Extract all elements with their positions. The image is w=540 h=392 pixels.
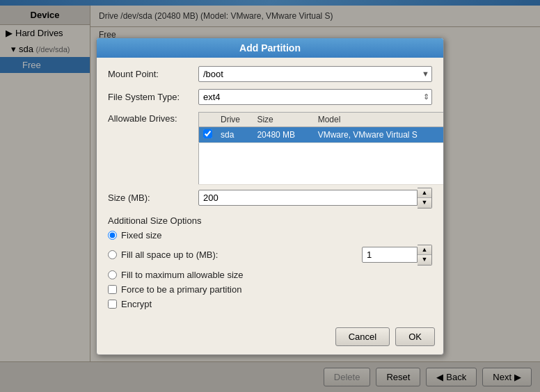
drives-header-drive: Drive [216, 112, 253, 126]
drives-table: Drive Size Model sda [198, 112, 444, 185]
fill-all-space-radio[interactable] [108, 250, 117, 259]
encrypt-label: Encrypt [121, 299, 152, 309]
force-primary-label: Force to be a primary partition [121, 284, 241, 295]
drive-row-checkbox-cell [199, 126, 217, 142]
fill-max-row: Fill to maximum allowable size [108, 270, 432, 280]
drives-header-check [199, 112, 217, 126]
fixed-size-label: Fixed size [121, 230, 162, 240]
fill-max-radio[interactable] [108, 270, 117, 279]
additional-size-title: Additional Size Options [108, 215, 432, 226]
size-spinner: ▲ ▼ [198, 188, 432, 209]
fill-all-space-row: Fill all space up to (MB): ▲ ▼ [108, 245, 432, 266]
force-primary-row: Force to be a primary partition [108, 284, 432, 295]
drives-header-model: Model [314, 112, 444, 126]
drive-row-size: 20480 MB [253, 126, 313, 142]
fill-all-increment-button[interactable]: ▲ [418, 245, 431, 255]
cancel-button[interactable]: Cancel [335, 327, 390, 346]
add-partition-modal: Add Partition Mount Point: /boot ▼ File … [96, 38, 444, 355]
ok-button[interactable]: OK [395, 327, 435, 346]
mount-point-label: Mount Point: [108, 69, 198, 79]
drive-row-model: VMware, VMware Virtual S [314, 126, 444, 142]
size-row: Size (MB): ▲ ▼ [108, 188, 432, 209]
modal-body: Mount Point: /boot ▼ File System Type: e… [97, 58, 443, 322]
encrypt-checkbox[interactable] [108, 300, 117, 309]
drive-row-name: sda [216, 126, 253, 142]
size-increment-button[interactable]: ▲ [418, 188, 431, 198]
size-spinner-buttons: ▲ ▼ [418, 188, 432, 209]
fill-all-space-label: Fill all space up to (MB): [121, 250, 218, 260]
modal-overlay: Add Partition Mount Point: /boot ▼ File … [0, 0, 540, 392]
drive-row-checkbox[interactable] [203, 129, 212, 138]
mount-point-wrapper: /boot ▼ [198, 66, 432, 82]
allowable-drives-row: Allowable Drives: Drive Size Model [108, 112, 432, 185]
size-input[interactable] [198, 190, 418, 206]
fill-all-spinner: ▲ ▼ [362, 245, 432, 266]
encrypt-row: Encrypt [108, 299, 432, 309]
table-row[interactable]: sda 20480 MB VMware, VMware Virtual S [199, 126, 445, 142]
drives-header-size: Size [253, 112, 313, 126]
fill-all-input[interactable] [362, 247, 418, 263]
mount-point-input[interactable]: /boot [198, 66, 432, 82]
fixed-size-row: Fixed size [108, 230, 432, 240]
fixed-size-radio[interactable] [108, 231, 117, 240]
drives-table-area: Drive Size Model sda [198, 112, 444, 185]
drives-empty-row [199, 142, 445, 184]
file-system-type-select[interactable]: ext4 ext3 ext2 xfs swap vfat btrfs [198, 89, 432, 105]
modal-title: Add Partition [239, 42, 301, 54]
additional-size-section: Additional Size Options Fixed size Fill … [108, 215, 432, 280]
mount-point-row: Mount Point: /boot ▼ [108, 66, 432, 82]
fill-all-decrement-button[interactable]: ▼ [418, 255, 431, 265]
size-label: Size (MB): [108, 193, 198, 203]
size-decrement-button[interactable]: ▼ [418, 198, 431, 208]
allowable-drives-label: Allowable Drives: [108, 112, 198, 185]
background: Device ▶ Hard Drives ▾ sda (/dev/sda) Fr… [0, 0, 540, 392]
fill-all-spinner-buttons: ▲ ▼ [418, 245, 432, 266]
file-system-type-wrapper: ext4 ext3 ext2 xfs swap vfat btrfs ⇕ [198, 89, 432, 105]
modal-title-bar: Add Partition [97, 38, 443, 58]
force-primary-checkbox[interactable] [108, 285, 117, 294]
modal-footer: Cancel OK [97, 322, 443, 354]
fill-max-label: Fill to maximum allowable size [121, 270, 244, 280]
file-system-type-row: File System Type: ext4 ext3 ext2 xfs swa… [108, 89, 432, 105]
file-system-type-label: File System Type: [108, 92, 198, 102]
